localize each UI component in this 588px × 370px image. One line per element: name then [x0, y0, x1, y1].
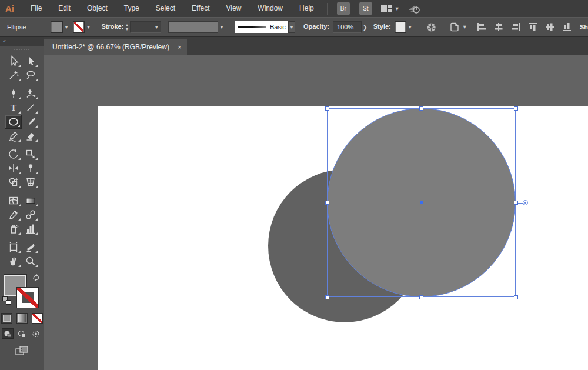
quick-button-st[interactable]: St — [359, 2, 372, 15]
style-chevron-icon[interactable]: ▼ — [406, 21, 413, 33]
tool-group-gap — [4, 189, 40, 194]
align-hcenter-icon[interactable] — [492, 20, 506, 34]
stroke-proxy[interactable] — [16, 287, 39, 308]
gradient-tool[interactable] — [22, 194, 39, 208]
opacity-field[interactable]: 100% — [333, 21, 362, 33]
canvas[interactable] — [44, 55, 588, 370]
line-segment-tool[interactable] — [22, 101, 39, 115]
none-button[interactable] — [32, 313, 43, 324]
recolor-artwork-icon[interactable] — [425, 20, 437, 34]
draw-normal-button[interactable] — [2, 328, 14, 339]
align-top-icon[interactable] — [526, 20, 540, 34]
artboard-tool[interactable] — [5, 240, 22, 254]
width-tool[interactable] — [5, 161, 22, 175]
ellipse-widget-line — [518, 203, 523, 204]
ellipse-pie-widget[interactable] — [523, 200, 528, 205]
lasso-tool[interactable] — [22, 68, 39, 82]
shape-builder-tool[interactable] — [5, 175, 22, 189]
brush-chevron-icon[interactable]: ▼ — [288, 21, 295, 33]
selection-handle[interactable] — [419, 295, 423, 299]
width-profile-dropdown[interactable] — [168, 21, 218, 33]
panel-grip[interactable] — [0, 46, 44, 53]
width-profile-chevron-icon[interactable]: ▼ — [218, 21, 225, 33]
menu-bar: Ai FileEditObjectTypeSelectEffectViewWin… — [0, 0, 588, 17]
selection-handle[interactable] — [514, 201, 518, 205]
align-bottom-icon[interactable] — [560, 20, 574, 34]
selection-handle[interactable] — [325, 106, 329, 111]
direct-selection-tool[interactable] — [22, 54, 39, 68]
menu-item-window[interactable]: Window — [249, 0, 291, 17]
selection-handle[interactable] — [514, 106, 518, 111]
stroke-label[interactable]: Stroke: — [101, 23, 123, 31]
screen-mode-button[interactable] — [14, 345, 29, 356]
type-tool[interactable]: T — [5, 101, 22, 115]
style-label[interactable]: Style: — [373, 23, 391, 31]
selection-handle[interactable] — [325, 295, 329, 299]
stroke-dropdown-chevron-icon[interactable]: ▼ — [85, 21, 92, 33]
tab-close-icon[interactable]: × — [178, 44, 181, 51]
gradient-button[interactable] — [16, 313, 28, 324]
align-left-icon[interactable] — [475, 20, 489, 34]
rotate-tool[interactable] — [5, 147, 22, 161]
menu-item-view[interactable]: View — [218, 0, 250, 17]
pen-tool[interactable] — [5, 86, 22, 101]
document-setup-icon[interactable]: ▼ — [449, 20, 467, 34]
menu-item-help[interactable]: Help — [291, 0, 322, 17]
eyedropper-tool[interactable] — [5, 208, 22, 222]
scale-tool[interactable] — [22, 147, 39, 161]
document-tab[interactable]: Untitled-2* @ 66.67% (RGB/Preview) × — [44, 39, 187, 55]
stroke-color-swatch[interactable] — [73, 21, 85, 33]
draw-behind-button[interactable] — [16, 328, 28, 339]
magic-wand-tool[interactable] — [5, 68, 22, 82]
menu-item-edit[interactable]: Edit — [50, 0, 79, 17]
default-fill-stroke-icon[interactable] — [2, 296, 11, 305]
align-right-icon[interactable] — [509, 20, 523, 34]
mesh-tool[interactable] — [5, 194, 22, 208]
selection-center-point[interactable] — [420, 201, 423, 204]
eraser-tool[interactable] — [22, 129, 39, 143]
selection-tool[interactable] — [5, 54, 22, 68]
menu-item-type[interactable]: Type — [116, 0, 148, 17]
color-mode-buttons — [0, 313, 44, 324]
free-transform-tool[interactable] — [22, 161, 39, 175]
stroke-weight-field[interactable]: ▼ — [130, 21, 161, 33]
opacity-panel-arrow-icon[interactable]: ❯ — [362, 21, 369, 33]
fill-dropdown-chevron-icon[interactable]: ▼ — [63, 21, 70, 33]
graphic-style-swatch[interactable] — [395, 21, 407, 33]
selection-handle[interactable] — [419, 106, 423, 111]
chevron-down-icon: ▼ — [462, 24, 467, 30]
align-vcenter-icon[interactable] — [543, 20, 557, 34]
ellipse-tool[interactable] — [5, 115, 22, 129]
tools-panel: « T — [0, 37, 44, 370]
stroke-weight-stepper[interactable]: ▲▼ — [125, 21, 129, 33]
brush-definition-dropdown[interactable]: Basic — [235, 21, 288, 33]
paintbrush-tool[interactable] — [22, 115, 39, 129]
zoom-tool[interactable] — [22, 254, 39, 268]
stroke-none-slash — [17, 288, 38, 308]
selection-handle[interactable] — [325, 201, 329, 205]
blend-tool[interactable] — [22, 208, 39, 222]
fill-color-swatch[interactable] — [51, 21, 63, 33]
selection-handle[interactable] — [514, 295, 518, 299]
color-button[interactable] — [1, 313, 12, 324]
menu-item-object[interactable]: Object — [79, 0, 116, 17]
quick-button-br[interactable]: Br — [337, 2, 350, 15]
drawing-mode-buttons — [0, 328, 44, 339]
slice-tool[interactable] — [22, 240, 39, 254]
workspace-switcher-icon[interactable]: ▼ — [380, 5, 400, 13]
symbol-sprayer-tool[interactable] — [5, 222, 22, 236]
hand-tool[interactable] — [5, 254, 22, 268]
swap-fill-stroke-icon[interactable] — [32, 274, 40, 282]
draw-inside-button[interactable] — [30, 328, 42, 339]
column-graph-tool[interactable] — [22, 222, 39, 236]
perspective-grid-tool[interactable] — [22, 175, 39, 189]
panel-collapse-button[interactable]: « — [0, 37, 44, 46]
curvature-tool[interactable] — [22, 86, 39, 101]
menu-item-effect[interactable]: Effect — [183, 0, 218, 17]
opacity-label[interactable]: Opacity: — [303, 23, 329, 31]
menu-item-select[interactable]: Select — [148, 0, 183, 17]
gpu-performance-icon[interactable] — [407, 3, 422, 15]
shape-label-cutoff[interactable]: Sh — [580, 24, 588, 31]
shaper-tool[interactable] — [5, 129, 22, 143]
menu-item-file[interactable]: File — [22, 0, 50, 17]
